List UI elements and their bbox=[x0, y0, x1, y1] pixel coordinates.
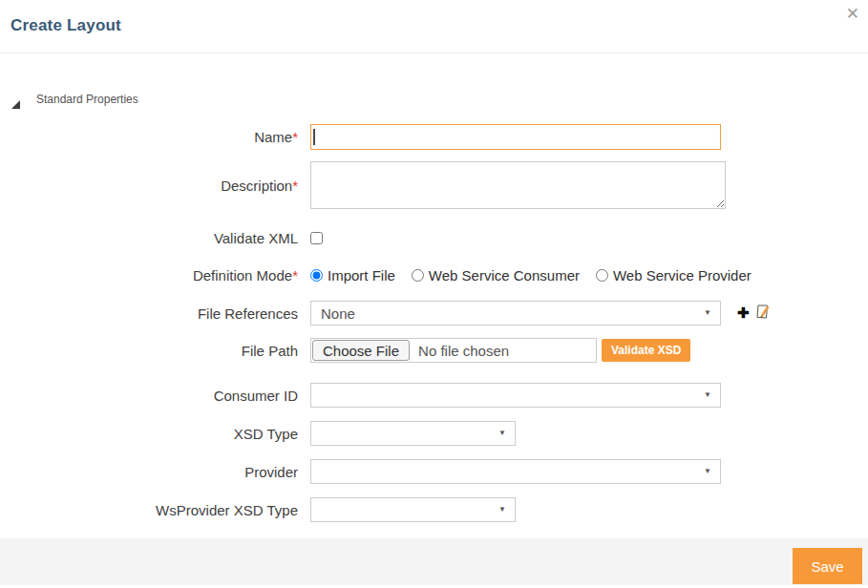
file-references-label: File References bbox=[0, 305, 310, 322]
choose-file-button[interactable]: Choose File bbox=[312, 340, 410, 361]
dialog-footer: Save bbox=[0, 538, 868, 585]
validate-xml-label: Validate XML bbox=[0, 230, 310, 246]
wsprovider-xsd-type-select[interactable]: ▼ bbox=[310, 497, 516, 522]
edit-icon bbox=[755, 304, 772, 323]
definition-mode-radios: Import File Web Service Consumer Web Ser… bbox=[310, 267, 752, 284]
file-path-row: File Path Choose File No file chosen Val… bbox=[0, 338, 868, 363]
chevron-down-icon: ▼ bbox=[704, 467, 711, 475]
text-caret bbox=[313, 129, 315, 145]
file-references-value: None bbox=[321, 305, 355, 322]
chevron-down-icon: ▼ bbox=[498, 429, 506, 437]
file-path-input[interactable]: Choose File No file chosen bbox=[310, 338, 597, 363]
provider-label: Provider bbox=[0, 464, 310, 480]
xsd-type-select[interactable]: ▼ bbox=[310, 421, 516, 446]
name-input[interactable] bbox=[310, 124, 721, 150]
description-label: Description* bbox=[0, 178, 310, 194]
radio-web-service-provider[interactable]: Web Service Provider bbox=[596, 267, 752, 284]
provider-row: Provider ▼ bbox=[0, 459, 868, 484]
section-title: Standard Properties bbox=[36, 93, 138, 106]
add-file-reference-button[interactable]: ✚ bbox=[737, 304, 750, 322]
plus-icon: ✚ bbox=[737, 304, 750, 322]
provider-select[interactable]: ▼ bbox=[310, 459, 721, 484]
chevron-down-icon: ▼ bbox=[704, 390, 711, 399]
chevron-down-icon: ▼ bbox=[498, 505, 506, 514]
name-label: Name* bbox=[0, 129, 310, 145]
file-references-select[interactable]: None ▼ bbox=[310, 301, 721, 326]
description-textarea[interactable] bbox=[310, 161, 726, 209]
radio-web-service-consumer[interactable]: Web Service Consumer bbox=[412, 267, 580, 284]
required-asterisk: * bbox=[292, 267, 298, 284]
consumer-id-select[interactable]: ▼ bbox=[310, 383, 721, 408]
consumer-id-row: Consumer ID ▼ bbox=[0, 383, 868, 408]
section-header-standard-properties: Standard Properties bbox=[11, 93, 868, 106]
edit-file-references-button[interactable] bbox=[755, 304, 772, 323]
collapse-triangle-icon[interactable] bbox=[11, 95, 20, 104]
required-asterisk: * bbox=[292, 129, 298, 145]
validate-xsd-button[interactable]: Validate XSD bbox=[602, 339, 690, 362]
name-row: Name* bbox=[0, 124, 868, 150]
wsprovider-xsd-type-label: WsProvider XSD Type bbox=[0, 502, 310, 518]
web-service-provider-radio[interactable] bbox=[596, 269, 608, 282]
definition-mode-row: Definition Mode* Import File Web Service… bbox=[0, 267, 868, 284]
wsprovider-xsd-type-row: WsProvider XSD Type ▼ bbox=[0, 497, 868, 522]
xsd-type-row: XSD Type ▼ bbox=[0, 421, 868, 446]
close-button[interactable]: ✕ bbox=[846, 5, 859, 24]
create-layout-dialog: Create Layout ✕ Standard Properties Name… bbox=[0, 0, 868, 588]
validate-xml-row: Validate XML bbox=[0, 230, 868, 246]
definition-mode-label: Definition Mode* bbox=[0, 267, 310, 284]
required-asterisk: * bbox=[292, 178, 298, 194]
import-file-radio[interactable] bbox=[310, 269, 323, 282]
file-path-label: File Path bbox=[0, 343, 310, 359]
validate-xml-checkbox[interactable] bbox=[310, 232, 323, 244]
save-button[interactable]: Save bbox=[793, 548, 862, 584]
name-input-wrap bbox=[310, 124, 721, 150]
dialog-header: Create Layout ✕ bbox=[0, 0, 868, 53]
web-service-consumer-radio[interactable] bbox=[412, 269, 424, 282]
no-file-chosen-text: No file chosen bbox=[411, 343, 509, 359]
consumer-id-label: Consumer ID bbox=[0, 388, 310, 404]
close-icon: ✕ bbox=[846, 5, 859, 23]
page-title: Create Layout bbox=[11, 16, 121, 35]
description-row: Description* bbox=[0, 161, 868, 209]
create-layout-form: Name* Description* Validate XML Definiti… bbox=[0, 124, 868, 522]
chevron-down-icon: ▼ bbox=[704, 308, 711, 317]
radio-import-file[interactable]: Import File bbox=[310, 267, 395, 284]
file-references-row: File References None ▼ ✚ bbox=[0, 301, 868, 326]
xsd-type-label: XSD Type bbox=[0, 426, 310, 442]
